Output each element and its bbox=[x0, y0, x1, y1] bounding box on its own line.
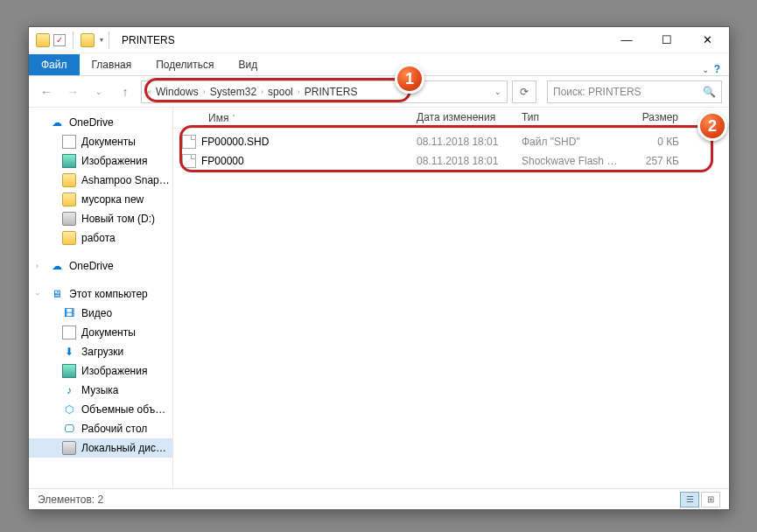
back-button[interactable]: ← bbox=[36, 81, 57, 102]
column-name[interactable]: Имя˄ bbox=[173, 108, 410, 128]
file-icon bbox=[182, 135, 196, 149]
sidebar-images-1[interactable]: Изображения bbox=[29, 151, 172, 171]
sidebar-onedrive-2[interactable]: ›☁OneDrive bbox=[29, 256, 172, 276]
crumb-prefix: « bbox=[147, 88, 151, 96]
address-dropdown-icon[interactable]: ⌄ bbox=[494, 88, 501, 96]
qat-dropdown-icon[interactable]: ▾ bbox=[100, 36, 103, 44]
minimize-button[interactable]: — bbox=[606, 27, 647, 53]
sidebar-desktop[interactable]: 🖵Рабочий стол bbox=[29, 419, 172, 438]
window-controls: — ☐ ✕ bbox=[606, 27, 727, 53]
view-details-button[interactable]: ☰ bbox=[680, 492, 699, 508]
sidebar-trash-new[interactable]: мусорка new bbox=[29, 190, 172, 209]
column-type[interactable]: Тип bbox=[515, 108, 620, 128]
crumb-windows[interactable]: Windows bbox=[153, 84, 201, 100]
folder-icon bbox=[36, 33, 50, 47]
titlebar[interactable]: ✓ ▾ PRINTERS — ☐ ✕ bbox=[29, 27, 729, 53]
file-name: FP00000.SHD bbox=[201, 136, 269, 148]
file-row[interactable]: FP00000 08.11.2018 18:01 Shockwave Flash… bbox=[173, 151, 729, 171]
tab-share[interactable]: Поделиться bbox=[144, 54, 226, 75]
sidebar-video[interactable]: 🎞Видео bbox=[29, 304, 172, 323]
sidebar-new-volume-d[interactable]: Новый том (D:) bbox=[29, 209, 172, 228]
explorer-window: ✓ ▾ PRINTERS — ☐ ✕ Файл Главная Поделить… bbox=[28, 26, 730, 510]
content-pane: Имя˄ Дата изменения Тип Размер FP00000.S… bbox=[173, 108, 729, 488]
sidebar-music[interactable]: ♪Музыка bbox=[29, 381, 172, 400]
title-divider bbox=[109, 32, 109, 49]
crumb-spool[interactable]: spool bbox=[265, 84, 296, 100]
file-type: Shockwave Flash … bbox=[515, 155, 620, 167]
navigation-pane[interactable]: ☁OneDrive Документы Изображения Ashampoo… bbox=[29, 108, 173, 488]
sidebar-local-disk[interactable]: Локальный дис… bbox=[29, 438, 172, 458]
refresh-button[interactable]: ⟳ bbox=[512, 80, 536, 103]
help-icon[interactable]: ? bbox=[714, 63, 720, 75]
crumb-printers[interactable]: PRINTERS bbox=[302, 84, 361, 100]
qat-divider bbox=[73, 32, 74, 49]
search-placeholder: Поиск: PRINTERS bbox=[553, 86, 641, 98]
quick-access-toolbar: ✓ ▾ bbox=[36, 32, 103, 49]
qat-folder-icon[interactable] bbox=[81, 33, 95, 47]
maximize-button[interactable]: ☐ bbox=[647, 27, 687, 53]
column-date[interactable]: Дата изменения bbox=[410, 108, 515, 128]
window-title: PRINTERS bbox=[122, 34, 175, 46]
sidebar-images-2[interactable]: Изображения bbox=[29, 361, 172, 381]
sidebar-ashampoo[interactable]: Ashampoo Snap… bbox=[29, 171, 172, 190]
ribbon-expand-icon[interactable]: ⌄ bbox=[702, 65, 709, 74]
close-button[interactable]: ✕ bbox=[687, 27, 727, 53]
navigation-row: ← → ⌄ ↑ « Windows › System32 › spool › P… bbox=[29, 76, 729, 108]
status-element-count: Элементов: 2 bbox=[38, 494, 103, 506]
recent-dropdown[interactable]: ⌄ bbox=[88, 81, 109, 102]
tab-home[interactable]: Главная bbox=[80, 54, 144, 75]
file-row[interactable]: FP00000.SHD 08.11.2018 18:01 Файл "SHD" … bbox=[173, 132, 729, 151]
sidebar-this-pc[interactable]: ›🖥Этот компьютер bbox=[29, 284, 172, 304]
file-list[interactable]: FP00000.SHD 08.11.2018 18:01 Файл "SHD" … bbox=[173, 129, 729, 174]
column-size[interactable]: Размер bbox=[620, 108, 690, 128]
crumb-system32[interactable]: System32 bbox=[207, 84, 259, 100]
file-size: 0 КБ bbox=[620, 136, 690, 148]
forward-button[interactable]: → bbox=[62, 81, 83, 102]
up-button[interactable]: ↑ bbox=[115, 81, 136, 102]
column-headers: Имя˄ Дата изменения Тип Размер bbox=[173, 108, 729, 129]
search-input[interactable]: Поиск: PRINTERS 🔍 bbox=[547, 80, 722, 103]
view-large-icons-button[interactable]: ⊞ bbox=[701, 492, 720, 508]
search-icon[interactable]: 🔍 bbox=[703, 86, 716, 98]
sidebar-documents-2[interactable]: Документы bbox=[29, 323, 172, 342]
tab-view[interactable]: Вид bbox=[226, 54, 270, 75]
sidebar-work[interactable]: работа bbox=[29, 228, 172, 248]
sidebar-onedrive-personal[interactable]: ☁OneDrive bbox=[29, 113, 172, 132]
status-bar: Элементов: 2 ☰ ⊞ bbox=[29, 488, 729, 509]
file-size: 257 КБ bbox=[620, 155, 690, 167]
sidebar-documents-1[interactable]: Документы bbox=[29, 132, 172, 151]
ribbon-tabs: Файл Главная Поделиться Вид ⌄ ? bbox=[29, 53, 729, 76]
sort-indicator-icon: ˄ bbox=[232, 114, 235, 122]
tab-file[interactable]: Файл bbox=[29, 54, 80, 75]
file-type: Файл "SHD" bbox=[515, 136, 620, 148]
file-date: 08.11.2018 18:01 bbox=[410, 155, 515, 167]
qat-properties-icon[interactable]: ✓ bbox=[53, 34, 66, 46]
file-name: FP00000 bbox=[201, 155, 244, 167]
sidebar-downloads[interactable]: ⬇Загрузки bbox=[29, 342, 172, 361]
address-bar[interactable]: « Windows › System32 › spool › PRINTERS … bbox=[141, 80, 508, 103]
file-date: 08.11.2018 18:01 bbox=[410, 136, 515, 148]
sidebar-3d-objects[interactable]: ⬡Объемные объ… bbox=[29, 400, 172, 419]
file-icon bbox=[182, 154, 196, 168]
